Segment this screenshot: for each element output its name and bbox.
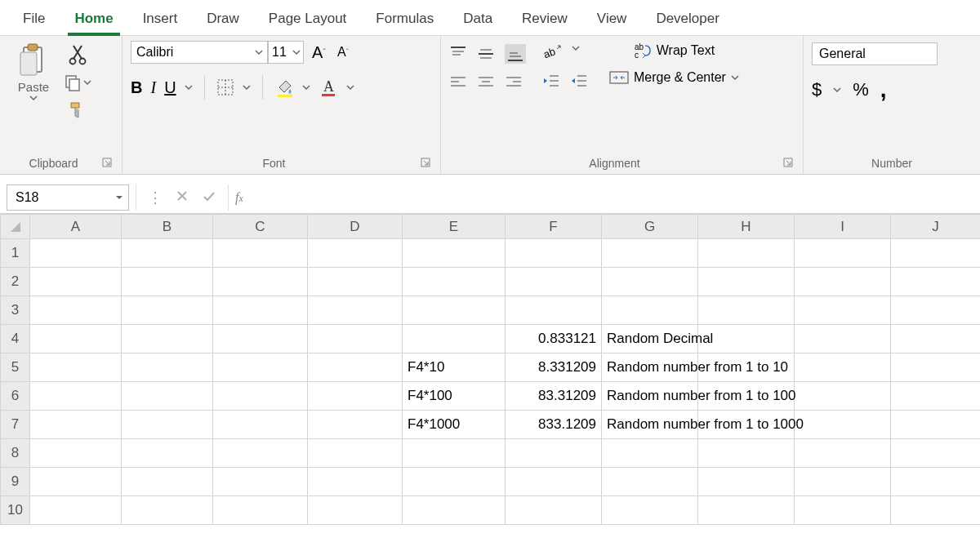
cell-E5[interactable]: F4*10 [403, 353, 506, 382]
cell-H1[interactable] [698, 239, 795, 268]
cell-E4[interactable] [403, 325, 506, 353]
cell-B1[interactable] [122, 239, 213, 268]
cell-F10[interactable] [506, 496, 602, 525]
cell-D6[interactable] [308, 382, 403, 411]
row-header-8[interactable]: 8 [1, 439, 30, 468]
copy-icon[interactable] [64, 73, 91, 91]
tab-data[interactable]: Data [448, 2, 507, 35]
cell-A8[interactable] [30, 439, 122, 468]
fill-color-icon[interactable] [274, 78, 294, 97]
cell-F5[interactable]: 8.331209 [506, 353, 602, 382]
cell-A5[interactable] [30, 353, 122, 382]
cell-C1[interactable] [213, 239, 308, 268]
cell-E6[interactable]: F4*100 [403, 382, 506, 411]
cell-J5[interactable] [891, 353, 981, 382]
cell-F6[interactable]: 83.31209 [506, 382, 602, 411]
italic-button[interactable]: I [150, 78, 156, 97]
align-bottom-icon[interactable] [505, 44, 526, 64]
cell-J10[interactable] [891, 496, 981, 525]
row-header-4[interactable]: 4 [1, 325, 30, 353]
cell-J7[interactable] [891, 411, 981, 439]
align-left-icon[interactable] [449, 75, 467, 90]
cell-H2[interactable] [698, 268, 795, 296]
cell-B2[interactable] [122, 268, 213, 296]
cell-B5[interactable] [122, 353, 213, 382]
cell-J9[interactable] [891, 468, 981, 496]
cell-G9[interactable] [602, 468, 698, 496]
increase-font-icon[interactable]: Aˆ [312, 43, 326, 62]
cell-A7[interactable] [30, 411, 122, 439]
cell-F2[interactable] [506, 268, 602, 296]
font-launcher-icon[interactable] [421, 158, 432, 169]
cell-C10[interactable] [213, 496, 308, 525]
font-name-dropdown-icon[interactable] [255, 48, 263, 56]
cell-D1[interactable] [308, 239, 403, 268]
row-header-3[interactable]: 3 [1, 296, 30, 325]
tab-file[interactable]: File [8, 2, 60, 35]
cancel-formula-icon[interactable] [176, 189, 189, 206]
cell-G5[interactable]: Random number from 1 to 10 [602, 353, 698, 382]
cell-B6[interactable] [122, 382, 213, 411]
cell-C3[interactable] [213, 296, 308, 325]
cell-E2[interactable] [403, 268, 506, 296]
cell-D3[interactable] [308, 296, 403, 325]
col-header-I[interactable]: I [795, 215, 891, 239]
cell-I10[interactable] [795, 496, 891, 525]
col-header-G[interactable]: G [602, 215, 698, 239]
paste-dropdown-icon[interactable] [29, 94, 38, 102]
wrap-text-button[interactable]: abc Wrap Text [609, 42, 739, 59]
cell-D5[interactable] [308, 353, 403, 382]
clipboard-launcher-icon[interactable] [102, 158, 114, 169]
cell-F9[interactable] [506, 468, 602, 496]
cell-A1[interactable] [30, 239, 122, 268]
underline-dropdown-icon[interactable] [185, 83, 193, 91]
decrease-indent-icon[interactable] [542, 73, 560, 88]
cell-A3[interactable] [30, 296, 122, 325]
cell-D4[interactable] [308, 325, 403, 353]
cell-C8[interactable] [213, 439, 308, 468]
cell-G10[interactable] [602, 496, 698, 525]
cell-G4[interactable]: Random Decimal [602, 325, 698, 353]
cell-I5[interactable] [795, 353, 891, 382]
select-all-corner[interactable] [1, 215, 30, 239]
enter-formula-icon[interactable] [202, 189, 216, 206]
number-format-input[interactable] [812, 42, 938, 65]
row-header-6[interactable]: 6 [1, 382, 30, 411]
row-header-10[interactable]: 10 [1, 496, 30, 525]
spreadsheet-grid[interactable]: A B C D E F G H I J 12340.833121Random D… [0, 214, 980, 560]
cell-I7[interactable] [795, 411, 891, 439]
cell-D8[interactable] [308, 439, 403, 468]
col-header-E[interactable]: E [403, 215, 506, 239]
cell-G6[interactable]: Random number from 1 to 100 [602, 382, 698, 411]
cell-B10[interactable] [122, 496, 213, 525]
format-painter-icon[interactable] [64, 100, 91, 119]
cell-F7[interactable]: 833.1209 [506, 411, 602, 439]
comma-format-icon[interactable]: , [880, 77, 887, 103]
cell-I6[interactable] [795, 382, 891, 411]
cell-E8[interactable] [403, 439, 506, 468]
cut-icon[interactable] [64, 44, 91, 65]
cell-A4[interactable] [30, 325, 122, 353]
cell-F1[interactable] [506, 239, 602, 268]
percent-format-icon[interactable]: % [853, 79, 869, 100]
align-middle-icon[interactable] [477, 44, 495, 64]
align-top-icon[interactable] [449, 44, 467, 64]
accounting-dropdown-icon[interactable] [833, 86, 841, 94]
borders-dropdown-icon[interactable] [243, 83, 251, 91]
cell-B9[interactable] [122, 468, 213, 496]
cell-C9[interactable] [213, 468, 308, 496]
cell-C5[interactable] [213, 353, 308, 382]
cell-C6[interactable] [213, 382, 308, 411]
orientation-icon[interactable]: ab [542, 44, 562, 62]
col-header-F[interactable]: F [506, 215, 602, 239]
cell-E1[interactable] [403, 239, 506, 268]
font-color-icon[interactable]: A [318, 78, 338, 97]
align-center-icon[interactable] [477, 75, 495, 90]
cell-E7[interactable]: F4*1000 [403, 411, 506, 439]
font-name-input[interactable] [131, 41, 268, 64]
row-header-5[interactable]: 5 [1, 353, 30, 382]
col-header-C[interactable]: C [213, 215, 308, 239]
cell-A10[interactable] [30, 496, 122, 525]
paste-icon[interactable] [19, 42, 48, 78]
row-header-2[interactable]: 2 [1, 268, 30, 296]
